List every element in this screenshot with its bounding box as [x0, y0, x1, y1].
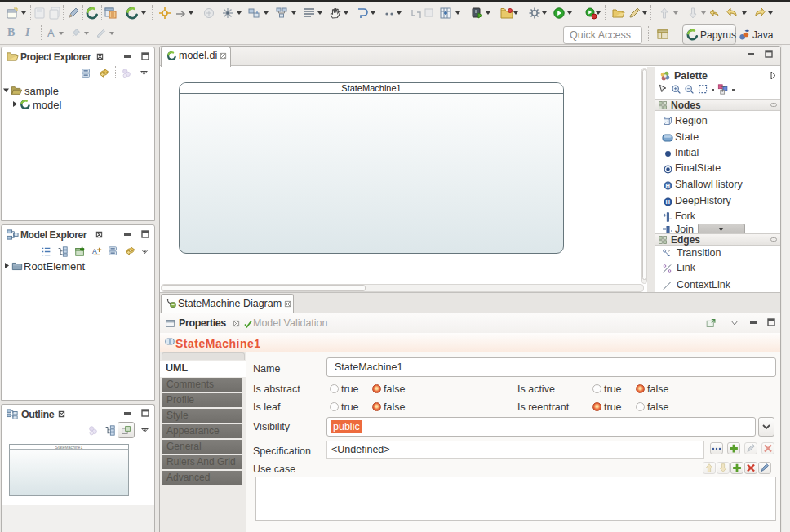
svg-text:H: H	[666, 182, 670, 189]
svg-text:H: H	[666, 198, 670, 206]
svg-text:A: A	[92, 247, 97, 255]
